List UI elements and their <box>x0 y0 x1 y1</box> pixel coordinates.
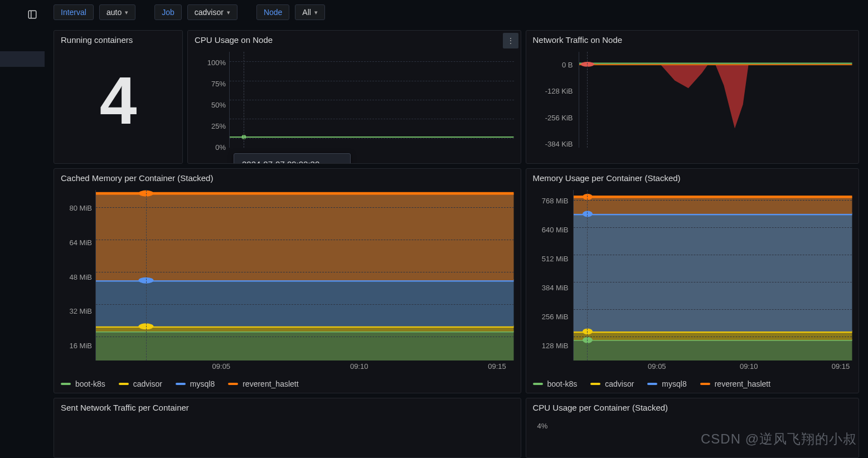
tooltip-time: 2024-07-07 09:02:30 <box>242 159 342 164</box>
legend-swatch <box>61 383 71 385</box>
legend-item[interactable]: reverent_haslett <box>700 379 770 388</box>
chart-area: 80 MiB 64 MiB 48 MiB 32 MiB 16 MiB <box>61 190 514 371</box>
dashboard-grid: Running containers 4 CPU Usage on Node ⋮… <box>54 30 859 458</box>
job-label: Job <box>162 8 174 17</box>
svg-rect-18 <box>574 340 852 360</box>
ytick: 16 MiB <box>61 341 92 349</box>
ytick: 384 MiB <box>533 283 569 291</box>
legend-item[interactable]: mysql8 <box>647 379 686 388</box>
interval-value-dropdown[interactable]: auto▾ <box>99 4 135 20</box>
xtick: 09:15 <box>488 362 506 371</box>
xtick: 09:10 <box>350 362 368 371</box>
panel-network-traffic-node[interactable]: Network Traffic on Node 0 B -128 KiB -25… <box>526 30 860 164</box>
panel-title: CPU Usage per Container (Stacked) <box>526 398 859 412</box>
panel-title: Sent Network Traffic per Container <box>54 398 521 412</box>
ytick: 128 MiB <box>533 341 569 349</box>
plot: 09:05 09:10 09:15 <box>95 190 514 360</box>
plot <box>229 52 514 148</box>
chart-tooltip: 2024-07-07 09:02:30 host 2.58% ▴▾ <box>234 153 351 164</box>
ytick: 4% <box>537 422 548 430</box>
interval-label: Interval <box>61 8 86 17</box>
legend-swatch <box>228 383 238 385</box>
ytick: 768 MiB <box>533 197 569 205</box>
ytick: -384 KiB <box>533 140 573 148</box>
chevron-down-icon: ▾ <box>314 9 318 16</box>
panel-sent-network[interactable]: Sent Network Traffic per Container <box>54 398 521 458</box>
ytick: -256 KiB <box>533 113 573 121</box>
interval-label-pill[interactable]: Interval <box>54 4 94 20</box>
legend-swatch <box>176 383 186 385</box>
chevron-down-icon: ▾ <box>125 9 128 16</box>
xtick: 09:05 <box>212 362 231 371</box>
job-value-dropdown[interactable]: cadvisor▾ <box>187 4 237 20</box>
ytick: -128 KiB <box>533 87 573 95</box>
legend-item[interactable]: reverent_haslett <box>228 379 298 388</box>
legend-item[interactable]: cadvisor <box>590 379 634 388</box>
panel-menu-icon[interactable]: ⋮ <box>503 33 518 48</box>
ytick: 256 MiB <box>533 312 569 320</box>
ytick: 0 B <box>533 60 573 69</box>
xtick: 09:15 <box>832 362 850 371</box>
ytick: 25% <box>195 122 226 130</box>
panel-cpu-usage-container[interactable]: CPU Usage per Container (Stacked) 4% <box>526 398 860 458</box>
node-value: All <box>302 8 311 17</box>
panel-title: CPU Usage on Node <box>188 31 521 45</box>
sidebar-active-item[interactable] <box>0 51 45 67</box>
ytick: 512 MiB <box>533 255 569 263</box>
variable-toolbar: Interval auto▾ Job cadvisor▾ Node All▾ <box>45 0 868 22</box>
chart-legend: boot-k8s cadvisor mysql8 reverent_haslet… <box>533 379 852 388</box>
panel-title: Cached Memory per Container (Stacked) <box>54 169 521 183</box>
job-value: cadvisor <box>195 8 224 17</box>
legend-swatch <box>647 383 657 385</box>
ytick: 50% <box>195 101 226 109</box>
svg-rect-22 <box>574 214 852 332</box>
chart-legend: boot-k8s cadvisor mysql8 reverent_haslet… <box>61 379 514 388</box>
ytick: 100% <box>195 59 226 67</box>
chart-area: 0 B -128 KiB -256 KiB -384 KiB <box>533 52 852 158</box>
chart-area: 768 MiB 640 MiB 512 MiB 384 MiB 256 MiB … <box>533 190 852 371</box>
ytick: 64 MiB <box>61 238 92 246</box>
ytick: 0% <box>195 143 226 152</box>
legend-item[interactable]: cadvisor <box>119 379 162 388</box>
legend-item[interactable]: boot-k8s <box>61 379 105 388</box>
ytick: 75% <box>195 80 226 88</box>
main-area: Interval auto▾ Job cadvisor▾ Node All▾ R… <box>45 0 868 458</box>
ytick: 48 MiB <box>61 272 92 281</box>
legend-swatch <box>119 383 129 385</box>
legend-swatch <box>700 383 710 385</box>
ytick: 640 MiB <box>533 226 569 234</box>
chevron-down-icon: ▾ <box>227 9 230 16</box>
xtick: 09:05 <box>648 362 666 371</box>
panel-title: Memory Usage per Container (Stacked) <box>526 169 859 183</box>
svg-rect-24 <box>574 197 852 214</box>
interval-value: auto <box>106 8 122 17</box>
legend-swatch <box>533 383 543 385</box>
ytick: 80 MiB <box>61 204 92 212</box>
panel-memory-usage[interactable]: Memory Usage per Container (Stacked) 768… <box>526 168 860 393</box>
panel-title: Network Traffic on Node <box>526 31 859 45</box>
plot: 09:05 09:10 09:15 <box>573 190 852 360</box>
svg-rect-0 <box>28 11 36 18</box>
ytick: 32 MiB <box>61 307 92 315</box>
sidebar-toggle-icon[interactable] <box>22 4 42 25</box>
panel-title: Running containers <box>54 31 182 45</box>
panel-cpu-usage-node[interactable]: CPU Usage on Node ⋮ 100% 75% 50% 25% 0% <box>187 30 521 164</box>
chart-area: 100% 75% 50% 25% 0% <box>195 52 514 158</box>
xtick: 09:10 <box>740 362 758 371</box>
running-containers-value: 4 <box>54 67 182 134</box>
legend-swatch <box>590 383 600 385</box>
svg-rect-7 <box>96 332 514 360</box>
plot <box>579 52 852 148</box>
panel-running-containers[interactable]: Running containers 4 <box>54 30 183 164</box>
svg-rect-11 <box>96 280 514 327</box>
panel-cached-memory[interactable]: Cached Memory per Container (Stacked) 80… <box>54 168 521 393</box>
legend-item[interactable]: boot-k8s <box>533 379 578 388</box>
job-label-pill[interactable]: Job <box>154 4 182 20</box>
legend-item[interactable]: mysql8 <box>176 379 215 388</box>
node-label-pill[interactable]: Node <box>256 4 289 20</box>
svg-rect-13 <box>96 193 514 280</box>
node-label: Node <box>264 8 282 17</box>
nav-sidebar <box>0 0 45 458</box>
node-value-dropdown[interactable]: All▾ <box>295 4 325 20</box>
